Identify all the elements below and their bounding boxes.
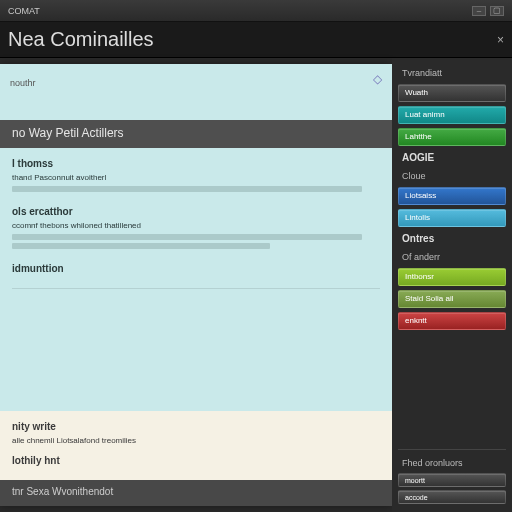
bookmark-icon[interactable]: ◇ <box>373 72 382 86</box>
sidebar-item[interactable]: Lahtthe <box>398 128 506 146</box>
sidebar-section-label: AOGIE <box>398 150 506 165</box>
section-heading: I thomss <box>12 158 380 169</box>
sidebar-item[interactable]: Liotsaiss <box>398 187 506 205</box>
section: I thomss thand Pasconnuit avoitherl <box>12 158 380 192</box>
section: idmunttion <box>12 263 380 274</box>
sidebar-sublabel: Of anderr <box>398 250 506 264</box>
workspace: nouthr ◇ no Way Petil Actillers I thomss… <box>0 58 512 512</box>
minimize-button[interactable]: – <box>472 6 486 16</box>
sidebar-item[interactable]: enkntt <box>398 312 506 330</box>
sidebar-footer-button[interactable]: accode <box>398 490 506 504</box>
lower-heading: nity write <box>12 421 380 432</box>
section-subtext: ccomnf thebons whiloned thatillened <box>12 221 380 230</box>
text-line <box>12 186 362 192</box>
app-name: COMAT <box>8 6 40 16</box>
lower-heading: lothily hnt <box>12 455 380 466</box>
divider <box>12 288 380 289</box>
document-title: no Way Petil Actillers <box>12 126 124 140</box>
text-line <box>12 234 362 240</box>
maximize-button[interactable]: ▢ <box>490 6 504 16</box>
sidebar-footer: Fhed oronluors moortt accode <box>398 449 506 504</box>
close-icon[interactable]: × <box>497 33 504 47</box>
window-controls: – ▢ <box>472 6 504 16</box>
sidebar-item[interactable]: Lintolis <box>398 209 506 227</box>
page-title: Nea Cominailles <box>8 28 154 51</box>
lower-subtext: alle chnemli Liotsalafond treomilies <box>12 436 380 445</box>
footer-text: tnr Sexa Wvonithendot <box>12 486 113 497</box>
sidebar: Tvrandiatt Wuath Luat animn Lahtthe AOGI… <box>392 58 512 512</box>
sidebar-footer-label: Fhed oronluors <box>398 456 506 470</box>
sidebar-item[interactable]: Luat animn <box>398 106 506 124</box>
section-heading: idmunttion <box>12 263 380 274</box>
sidebar-sublabel: Cloue <box>398 169 506 183</box>
document-lower: nity write alle chnemli Liotsalafond tre… <box>0 411 392 480</box>
sidebar-footer-button[interactable]: moortt <box>398 473 506 487</box>
section-subtext: thand Pasconnuit avoitherl <box>12 173 380 182</box>
sidebar-item[interactable]: Staid Solia ail <box>398 290 506 308</box>
page-header: Nea Cominailles × <box>0 22 512 58</box>
document-tab-label[interactable]: nouthr <box>10 78 36 88</box>
sidebar-section-label: Ontres <box>398 231 506 246</box>
section-heading: ols ercatthor <box>12 206 380 217</box>
title-bar: COMAT – ▢ <box>0 0 512 22</box>
document-title-bar: no Way Petil Actillers <box>0 120 392 148</box>
sidebar-section-label: Tvrandiatt <box>398 66 506 80</box>
main-panel: nouthr ◇ no Way Petil Actillers I thomss… <box>0 64 392 506</box>
sidebar-item[interactable]: Intbonsr <box>398 268 506 286</box>
document-body: I thomss thand Pasconnuit avoitherl ols … <box>0 148 392 411</box>
document-footer: tnr Sexa Wvonithendot <box>0 480 392 506</box>
sidebar-item[interactable]: Wuath <box>398 84 506 102</box>
document-header-area: nouthr ◇ <box>0 64 392 120</box>
section: ols ercatthor ccomnf thebons whiloned th… <box>12 206 380 249</box>
text-line <box>12 243 270 249</box>
